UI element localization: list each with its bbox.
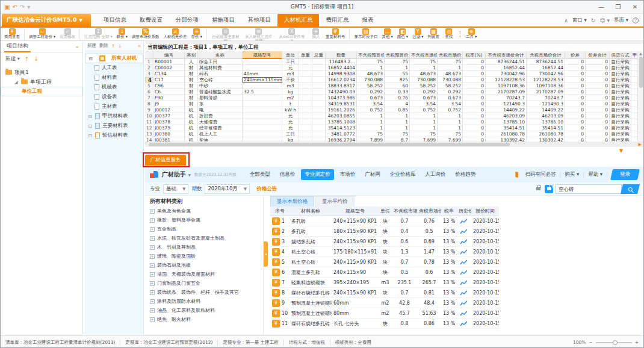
cell[interactable]: 0 — [586, 137, 610, 141]
cell[interactable] — [243, 83, 282, 89]
ribbon-tab-报表[interactable]: 报表 — [355, 14, 380, 26]
table-row[interactable]: 1R00001人综合工日工日116483.2…7575757508736244.… — [145, 59, 637, 65]
cell[interactable] — [631, 119, 637, 125]
cell[interactable]: 自行采购 — [610, 65, 631, 71]
cell[interactable]: 75 — [410, 59, 438, 65]
cell[interactable]: 0 — [586, 113, 610, 119]
cell[interactable]: 35414.5123 — [326, 125, 357, 131]
cell[interactable]: 1097108.36 — [527, 83, 565, 89]
expander-icon[interactable]: ⊡ — [87, 114, 93, 119]
cell[interactable]: 16852.44 — [486, 65, 527, 71]
ribbon-tab-取费设置[interactable]: 取费设置 — [133, 14, 169, 26]
cell[interactable]: 自行采购 — [610, 95, 631, 101]
nav-item-信息价[interactable]: 信息价 — [276, 169, 299, 180]
cell[interactable]: 46203.09 — [486, 113, 527, 119]
delete-button[interactable]: 删除 — [99, 43, 108, 49]
cell[interactable]: 0 — [565, 107, 586, 113]
cell[interactable]: 2170287.09 — [527, 89, 565, 95]
category-item[interactable]: +装饰线条、装饰件、栏杆、扶手及其它 — [145, 288, 263, 297]
cell[interactable]: 自行采购 — [610, 113, 631, 119]
move-down-button[interactable]: ↓ — [118, 43, 122, 49]
cell[interactable] — [312, 65, 326, 71]
cell[interactable] — [299, 95, 312, 101]
history-chart-icon[interactable] — [457, 247, 471, 257]
rcj-tree-item-机械表[interactable]: 机械表 — [85, 82, 143, 92]
project-tree-item-项目1[interactable]: 项目1 — [1, 67, 82, 77]
cell[interactable]: 16612.0234 — [326, 77, 357, 83]
cell[interactable]: 1 — [385, 119, 410, 125]
cell[interactable] — [312, 83, 326, 89]
expand-plus-icon[interactable]: + — [150, 290, 155, 295]
cell[interactable]: 0 — [463, 83, 486, 89]
expander-icon[interactable]: ⊟ — [88, 56, 93, 61]
profession-select[interactable]: 基础▼ — [163, 184, 188, 194]
cell[interactable]: 材 — [185, 77, 198, 83]
cell[interactable]: 0 — [463, 113, 486, 119]
cell[interactable]: 1 — [357, 113, 385, 119]
cell[interactable]: 0 — [463, 131, 486, 137]
cell[interactable]: 机 — [185, 107, 198, 113]
cell[interactable] — [299, 89, 312, 95]
cell[interactable]: 0.33 — [385, 89, 410, 95]
cell[interactable]: 自行采购 — [610, 83, 631, 89]
cell[interactable] — [312, 113, 326, 119]
material-search-input[interactable]: 空心砖 — [556, 184, 622, 194]
price-row[interactable]: ¥5粘土空心砖240×115×90 KP1块0.70.7813 %2020-10… — [270, 257, 499, 267]
column-header-价差合计[interactable]: 价差合计 — [586, 51, 610, 59]
rcj-tree-item-甲供材料表[interactable]: ⊡甲供材料表 — [85, 111, 143, 121]
cell[interactable]: 75 — [438, 59, 463, 65]
cell[interactable]: 综合工日 — [198, 59, 243, 65]
ribbon-button-存价[interactable]: ≡存价 ▾ — [191, 28, 202, 39]
project-tree-item-单位工程[interactable]: 单位工程 — [1, 87, 82, 96]
cell[interactable]: 1 — [410, 125, 438, 131]
cell[interactable]: 8736244.51 — [527, 59, 565, 65]
cell[interactable]: 0.292 — [357, 89, 385, 95]
cell[interactable]: 40mm — [243, 71, 282, 77]
cell[interactable]: J00381 — [153, 137, 185, 141]
table-row[interactable]: 4C17材空心砖240mm×115mm×9…千块16612.0234730.08… — [145, 77, 637, 83]
cell[interactable] — [312, 101, 326, 107]
cell[interactable] — [243, 107, 282, 113]
cell[interactable] — [631, 137, 637, 141]
cell[interactable]: 0 — [565, 65, 586, 71]
cell[interactable]: 自行采购 — [610, 137, 631, 141]
scroll-up-icon[interactable]: ▲ — [639, 51, 642, 55]
price-row[interactable]: ¥11煤矸石烧结多孔砖长孔 七分头块0.80.8613 %2020-10-15 — [270, 318, 499, 329]
cell[interactable] — [312, 71, 326, 77]
tab-project-structure[interactable]: 项目结构 — [4, 41, 31, 52]
cell[interactable] — [631, 59, 637, 65]
category-item[interactable]: +玻璃、陶瓷及面砖 — [145, 252, 263, 261]
cell[interactable]: 元 — [282, 65, 299, 71]
cell[interactable]: 3.54 — [357, 101, 385, 107]
cell[interactable]: 机 — [185, 119, 198, 125]
cell[interactable]: 0 — [586, 119, 610, 125]
cell[interactable] — [243, 101, 282, 107]
cell[interactable]: 75 — [357, 131, 385, 137]
cell[interactable]: 0 — [463, 71, 486, 77]
category-item[interactable]: +黑色及有色金属 — [145, 207, 263, 216]
cell[interactable]: 261080.78 — [486, 131, 527, 137]
move-down-button[interactable]: ↓ — [34, 56, 39, 62]
cell[interactable]: 116483.2… — [326, 59, 357, 65]
cell[interactable]: 0.292 — [410, 89, 438, 95]
cell[interactable]: 16852.44 — [527, 65, 565, 71]
cell[interactable] — [631, 113, 637, 119]
nav-item-企业价格库[interactable]: 企业价格库 — [386, 169, 420, 180]
cell[interactable]: J00012 — [153, 107, 185, 113]
cell[interactable]: 8.7 — [385, 137, 410, 141]
cell[interactable]: 1 — [357, 119, 385, 125]
cell[interactable]: 机 — [185, 137, 198, 141]
column-header-税率(%)[interactable]: 税率(%) — [463, 51, 486, 59]
category-item[interactable]: +五金制品 — [145, 225, 263, 234]
cell[interactable]: 机 — [185, 131, 198, 137]
cell[interactable]: 0 — [586, 65, 610, 71]
cell[interactable]: 261080.78 — [527, 131, 565, 137]
price-tab-显示平均价[interactable]: 显示平均价 — [315, 196, 355, 207]
cell[interactable]: 1097108.36 — [486, 83, 527, 89]
cell[interactable]: 14409.22 — [527, 107, 565, 113]
window-menu[interactable]: 窗口 ▾ — [572, 17, 587, 24]
table-row[interactable]: 5C96材中砂m318833.831758.2526058.25258.2520… — [145, 83, 637, 89]
nav-item-人工询价[interactable]: 人工询价 — [421, 169, 449, 180]
history-chart-icon[interactable] — [457, 288, 471, 298]
cell[interactable]: 元 — [282, 119, 299, 125]
